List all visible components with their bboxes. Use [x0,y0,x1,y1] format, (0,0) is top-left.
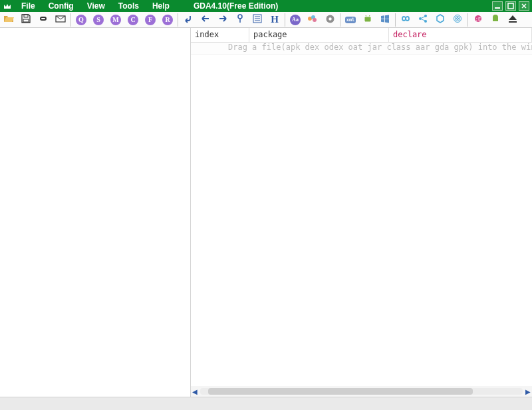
menu-view[interactable]: View [80,0,112,12]
eject-button[interactable] [504,12,521,28]
nav-back-button[interactable] [197,12,214,28]
gear-icon [325,14,335,26]
open-button[interactable] [0,12,17,28]
maximize-button[interactable] [505,1,516,11]
svg-point-5 [238,15,242,19]
menu-tools[interactable]: Tools [112,0,146,12]
scroll-right-icon[interactable]: ▶ [524,388,532,395]
svg-rect-3 [23,19,29,22]
m-button[interactable]: M [107,12,124,28]
minimize-button[interactable] [492,1,503,11]
svg-rect-1 [508,3,513,9]
letter-s-icon: S [93,15,104,25]
svg-rect-22 [509,21,517,23]
svg-point-13 [368,16,369,17]
letter-q-icon: Q [76,15,86,25]
toolbar-separator [467,13,468,27]
android2-button[interactable] [487,12,504,28]
list-icon [253,14,262,25]
eject-icon [508,15,517,25]
scroll-left-icon[interactable]: ◀ [191,388,199,395]
c-button[interactable]: C [124,12,142,28]
save-button[interactable] [17,12,35,28]
letter-c-icon: C [128,15,138,25]
infinity-button[interactable] [397,12,414,28]
svg-point-9 [313,18,317,22]
return-arrow-icon [184,14,193,25]
close-button[interactable] [519,1,529,11]
header-package[interactable]: package [249,28,389,42]
toolbar: Q S M C F R H Aa xml :E [0,12,532,28]
bookmark-button[interactable] [231,12,249,28]
ellipsis-icon: :E [472,15,484,25]
android-alt-icon [491,14,500,25]
toolbar-separator [395,13,396,27]
svg-rect-0 [495,7,500,9]
link-icon [38,14,49,25]
f-button[interactable]: F [142,12,159,28]
app-logo-icon [0,2,15,10]
header-index[interactable]: index [191,28,249,42]
main-panel: index package declare Drag a file(apk de… [191,28,532,397]
fingerprint-button[interactable] [449,12,466,28]
s-button[interactable]: S [90,12,107,28]
list-button[interactable] [249,12,266,28]
infinity-icon [400,15,412,25]
letter-r-icon: R [162,15,173,25]
letter-h-icon: H [271,14,279,25]
svg-point-12 [366,16,366,17]
settings-button[interactable] [321,12,338,28]
windows-button[interactable] [376,12,394,28]
letter-f-icon: F [145,15,156,25]
note-button[interactable] [52,12,69,28]
envelope-icon [55,14,66,25]
share-button[interactable] [414,12,432,28]
android-icon [363,14,372,25]
q-button[interactable]: Q [72,12,90,28]
ellipsis-button[interactable]: :E [469,12,487,28]
toolbar-separator [340,13,340,27]
status-bar [0,397,532,410]
arrow-left-icon [201,14,210,25]
horizontal-scrollbar[interactable]: ◀ ▶ [191,386,532,397]
window-controls [492,1,532,11]
toolbar-separator [178,13,178,27]
xml-icon: xml [345,17,356,23]
nav-return-button[interactable] [180,12,197,28]
drop-hint: Drag a file(apk dex odex oat jar class a… [191,43,532,54]
svg-point-14 [419,17,422,20]
windows-icon [380,14,390,25]
toolbar-separator [70,13,71,27]
palette-button[interactable] [304,12,321,28]
content-area[interactable] [191,54,532,386]
side-panel[interactable] [0,28,191,397]
folder-open-icon [3,14,14,25]
share-icon [418,14,428,25]
app-title: GDA4.10(Free Edition) [194,1,278,11]
toolbar-separator [285,13,285,27]
scroll-track[interactable] [200,388,523,395]
r-button[interactable]: R [159,12,176,28]
svg-point-19 [457,18,459,20]
svg-point-11 [329,17,331,20]
palette-icon [307,14,318,25]
heading-button[interactable]: H [266,12,283,28]
fingerprint-icon [453,14,462,25]
scroll-thumb[interactable] [208,388,473,395]
hexagon-button[interactable] [432,12,449,28]
android-button[interactable] [359,12,376,28]
text-style-button[interactable]: Aa [287,12,304,28]
hexagon-icon [436,14,445,25]
xml-button[interactable]: xml [342,12,359,28]
arrow-right-icon [218,14,227,25]
floppy-disk-icon [21,14,31,25]
letter-m-icon: M [110,15,121,25]
nav-forward-button[interactable] [214,12,231,28]
menu-help[interactable]: Help [146,0,176,12]
link-button[interactable] [35,12,52,28]
svg-point-18 [456,17,460,21]
menu-file[interactable]: File [15,0,42,12]
aa-icon: Aa [290,15,301,25]
header-declare[interactable]: declare [389,28,532,42]
menu-config[interactable]: Config [42,0,80,12]
